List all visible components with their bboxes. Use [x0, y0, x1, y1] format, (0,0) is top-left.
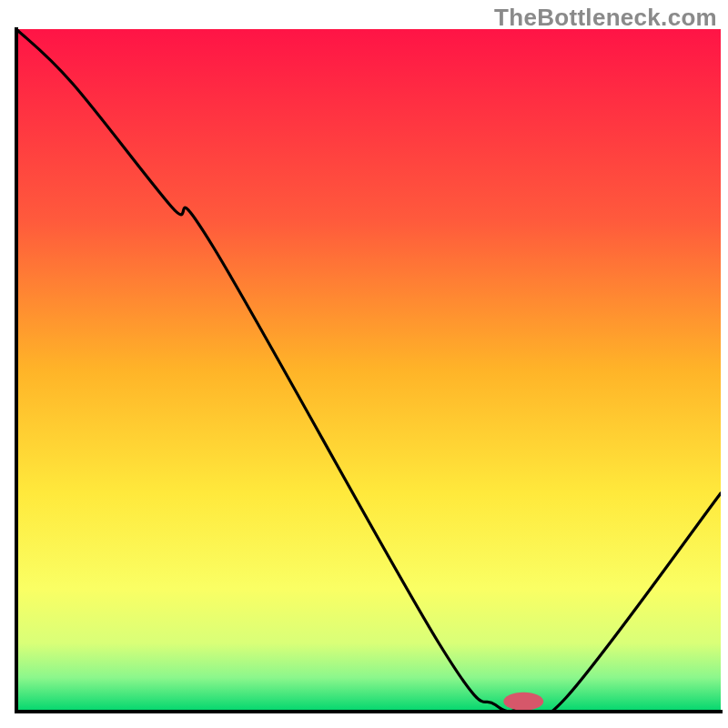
optimal-marker: [503, 693, 543, 711]
bottleneck-chart: [0, 0, 728, 728]
plot-area: [16, 29, 721, 718]
gradient-background: [16, 29, 721, 712]
chart-frame: TheBottleneck.com: [0, 0, 728, 728]
